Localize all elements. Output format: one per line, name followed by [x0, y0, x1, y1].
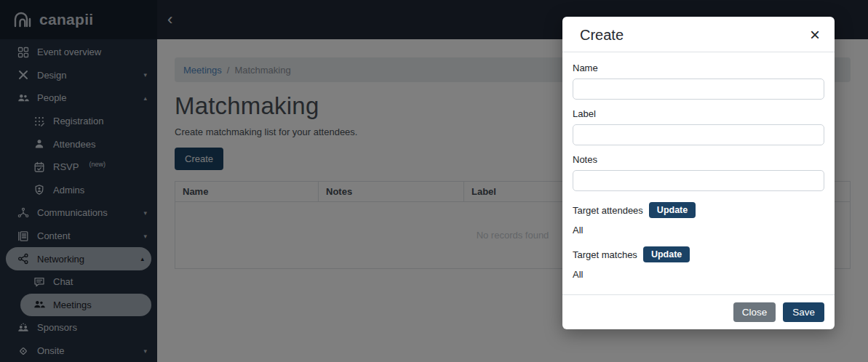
name-field[interactable] [573, 79, 824, 100]
notes-field[interactable] [573, 170, 824, 191]
modal-header: Create × [562, 17, 835, 52]
notes-field-group: Notes [573, 154, 824, 191]
label-field-group: Label [573, 108, 824, 145]
name-field-group: Name [573, 63, 824, 100]
label-field[interactable] [573, 124, 824, 145]
target-attendees-label: Target attendees [573, 205, 643, 216]
label-field-label: Label [573, 108, 824, 119]
modal-body: Name Label Notes Target attendees Update… [562, 52, 835, 294]
update-target-attendees-button[interactable]: Update [649, 202, 696, 218]
save-button[interactable]: Save [783, 302, 824, 322]
close-icon[interactable]: × [807, 26, 823, 44]
create-modal: Create × Name Label Notes Target attende… [562, 17, 835, 329]
name-field-label: Name [573, 63, 824, 73]
target-matches-label: Target matches [573, 249, 637, 260]
modal-footer: Close Save [562, 294, 835, 329]
update-target-matches-button[interactable]: Update [643, 246, 690, 262]
close-button[interactable]: Close [733, 302, 776, 322]
notes-field-label: Notes [573, 154, 824, 165]
modal-title: Create [580, 27, 624, 44]
target-matches-row: Target matches Update [573, 246, 824, 262]
target-attendees-value: All [573, 225, 824, 236]
target-attendees-row: Target attendees Update [573, 202, 824, 218]
target-matches-value: All [573, 269, 824, 280]
